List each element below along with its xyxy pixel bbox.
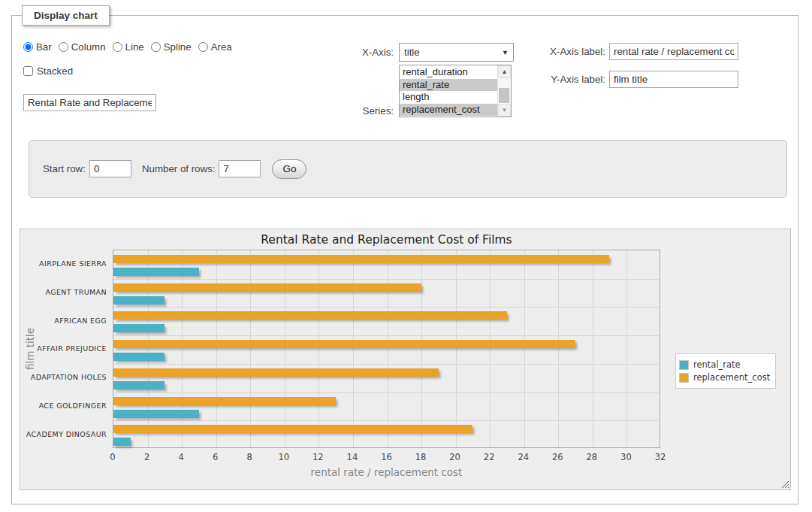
chart-type-label: Area bbox=[211, 41, 232, 53]
x-tick-label: 8 bbox=[237, 452, 262, 462]
chart-type-radio-group: BarColumnLineSplineArea bbox=[23, 41, 239, 53]
gridline bbox=[558, 250, 559, 447]
chart-type-label: Spline bbox=[164, 41, 192, 53]
chart-type-radio-area[interactable] bbox=[198, 42, 208, 52]
x-axis-title: rental rate / replacement cost bbox=[113, 466, 660, 478]
series-scrollbar[interactable]: ▲ ▼ bbox=[497, 65, 511, 117]
y-axis-label-input[interactable] bbox=[609, 71, 738, 88]
x-tick-label: 30 bbox=[613, 452, 638, 462]
chart-legend: rental_ratereplacement_cost bbox=[675, 353, 776, 389]
x-tick-label: 14 bbox=[340, 452, 365, 462]
chart-type-label: Bar bbox=[36, 41, 52, 53]
display-chart-legend: Display chart bbox=[22, 5, 110, 26]
chart-type-label: Column bbox=[71, 41, 106, 53]
start-row-label: Start row: bbox=[43, 163, 86, 174]
gridline bbox=[113, 335, 660, 336]
num-rows-input[interactable] bbox=[219, 160, 261, 177]
x-axis-label-input[interactable] bbox=[609, 43, 738, 60]
chart-type-area: Area bbox=[198, 41, 232, 53]
display-chart-fieldset: Display chart BarColumnLineSplineArea St… bbox=[11, 15, 798, 504]
series-options: rental_durationrental_ratelengthreplacem… bbox=[400, 66, 498, 116]
x-tick-label: 6 bbox=[203, 452, 228, 462]
x-tick-label: 12 bbox=[305, 452, 331, 462]
category-label: AGENT TRUMAN bbox=[20, 278, 107, 307]
stacked-checkbox[interactable] bbox=[23, 66, 33, 76]
legend-swatch bbox=[679, 373, 689, 383]
category-label: AFFAIR PREJUDICE bbox=[20, 335, 107, 363]
resize-handle-icon[interactable] bbox=[780, 480, 789, 488]
chart-type-radio-spline[interactable] bbox=[151, 42, 161, 52]
bar-rental_rate bbox=[113, 438, 131, 446]
plot-area bbox=[113, 250, 660, 448]
scroll-down-icon[interactable]: ▼ bbox=[498, 104, 511, 117]
x-axis-label-field-label: X-Axis label: bbox=[538, 46, 605, 57]
category-label: ACADEMY DINOSAUR bbox=[20, 420, 107, 448]
x-tick-label: 10 bbox=[271, 452, 297, 462]
chart-type-radio-column[interactable] bbox=[59, 42, 68, 52]
series-listbox[interactable]: rental_durationrental_ratelengthreplacem… bbox=[399, 65, 512, 117]
bar-replacement_cost bbox=[113, 340, 575, 348]
gridline bbox=[524, 250, 525, 447]
chart-title: Rental Rate and Replacement Cost of Film… bbox=[113, 233, 660, 247]
gridline bbox=[216, 250, 217, 447]
gridline bbox=[388, 250, 388, 447]
chart-type-column: Column bbox=[59, 41, 106, 53]
chart-container: Rental Rate and Replacement Cost of Film… bbox=[20, 229, 791, 490]
bar-replacement_cost bbox=[113, 425, 472, 433]
num-rows-label: Number of rows: bbox=[142, 163, 216, 174]
gridline bbox=[353, 250, 354, 447]
chart-title-input[interactable] bbox=[23, 94, 156, 111]
go-button[interactable]: Go bbox=[272, 159, 306, 179]
chart-type-radio-line[interactable] bbox=[113, 42, 122, 52]
x-tick-label: 20 bbox=[442, 452, 468, 462]
series-option-rental_rate[interactable]: rental_rate bbox=[400, 79, 498, 92]
scroll-thumb[interactable] bbox=[499, 88, 509, 103]
gridline bbox=[593, 250, 593, 447]
stacked-label: Stacked bbox=[37, 65, 73, 77]
x-tick-label: 22 bbox=[476, 452, 502, 462]
gridline bbox=[285, 250, 285, 447]
x-axis-select-label: X-Axis: bbox=[349, 47, 394, 58]
bar-replacement_cost bbox=[113, 368, 439, 377]
bar-replacement_cost bbox=[113, 255, 609, 263]
chart-type-line: Line bbox=[113, 41, 144, 53]
gridline bbox=[626, 250, 627, 447]
legend-item: replacement_cost bbox=[679, 372, 770, 383]
category-label: ACE GOLDFINGER bbox=[20, 392, 107, 420]
category-label: AFRICAN EGG bbox=[20, 306, 107, 335]
series-option-length[interactable]: length bbox=[400, 91, 498, 104]
chart-type-radio-bar[interactable] bbox=[23, 42, 33, 52]
series-option-rental_duration[interactable]: rental_duration bbox=[400, 66, 498, 79]
bar-replacement_cost bbox=[113, 283, 421, 292]
legend-label: replacement_cost bbox=[693, 372, 770, 383]
bar-rental_rate bbox=[113, 324, 165, 332]
x-tick-label: 4 bbox=[168, 452, 194, 462]
x-axis-select[interactable]: title ▼ bbox=[399, 43, 514, 62]
gridline bbox=[113, 420, 660, 421]
series-option-replacement_cost[interactable]: replacement_cost bbox=[400, 104, 498, 117]
bar-rental_rate bbox=[113, 296, 165, 304]
chart-type-bar: Bar bbox=[23, 41, 52, 53]
dropdown-arrow-icon: ▼ bbox=[502, 49, 509, 56]
x-tick-label: 32 bbox=[647, 452, 673, 462]
bar-rental_rate bbox=[113, 381, 165, 389]
gridline bbox=[250, 250, 251, 447]
category-label: ADAPTATION HOLES bbox=[20, 363, 107, 392]
x-tick-label: 24 bbox=[511, 452, 536, 462]
legend-swatch bbox=[679, 360, 689, 370]
legend-label: rental_rate bbox=[693, 359, 741, 370]
start-row-input[interactable] bbox=[89, 160, 131, 177]
gridline bbox=[456, 250, 457, 447]
scroll-up-icon[interactable]: ▲ bbox=[498, 65, 511, 78]
gridline bbox=[182, 250, 183, 447]
x-tick-label: 18 bbox=[408, 452, 433, 462]
gridline bbox=[148, 250, 149, 447]
category-label: AIRPLANE SIERRA bbox=[20, 250, 107, 278]
series-label: Series: bbox=[349, 105, 394, 117]
x-tick-label: 16 bbox=[374, 452, 400, 462]
x-tick-label: 26 bbox=[545, 452, 570, 462]
bar-replacement_cost bbox=[113, 397, 336, 405]
bar-rental_rate bbox=[113, 410, 199, 418]
x-tick-label: 28 bbox=[579, 452, 605, 462]
x-tick-label: 0 bbox=[100, 452, 125, 462]
